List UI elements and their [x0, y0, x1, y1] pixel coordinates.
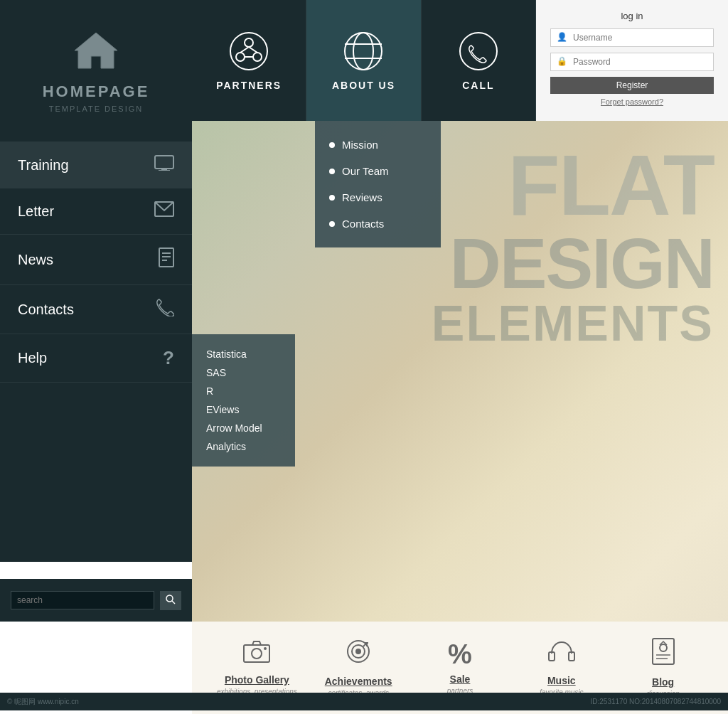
sidebar-item-contacts[interactable]: Contacts [0, 285, 192, 334]
training-item-statistica[interactable]: Statistica [206, 345, 281, 363]
dropdown-item-our-team[interactable]: Our Team [329, 158, 427, 184]
search-button[interactable] [160, 591, 181, 610]
bullet-icon [329, 221, 335, 227]
contacts-label: Contacts [18, 302, 74, 318]
hero-text: FLAT DESIGN ELEMENTS [432, 142, 714, 348]
sidebar-item-news[interactable]: News [0, 235, 192, 285]
nav-item-call[interactable]: CALL [422, 0, 536, 121]
sidebar-item-letter[interactable]: Letter [0, 188, 192, 235]
dropdown-item-reviews[interactable]: Reviews [329, 184, 427, 211]
bullet-icon [329, 169, 335, 174]
dropdown-item-contacts[interactable]: Contacts [329, 211, 427, 237]
username-input[interactable] [573, 33, 707, 43]
blog-icon [652, 638, 675, 671]
top-navigation: PARTNERS ABOUT US CALL [192, 0, 536, 121]
svg-rect-1 [155, 156, 173, 169]
watermark-right: ID:2531170 NO:20140807082744810000 [591, 698, 722, 705]
search-bar [0, 579, 192, 622]
svg-point-19 [353, 33, 373, 70]
svg-point-28 [355, 649, 361, 654]
letter-label: Letter [18, 203, 54, 220]
achievements-label: Achievements [325, 676, 392, 687]
camera-icon [243, 640, 270, 668]
partners-icon [228, 30, 270, 73]
hero-design: DESIGN [432, 228, 714, 299]
partners-label: PARTNERS [216, 80, 282, 91]
bottom-item-sale[interactable]: % Sale partners [410, 641, 511, 695]
sidebar-item-training[interactable]: Training [0, 142, 192, 188]
svg-point-35 [660, 644, 667, 651]
bullet-icon [329, 142, 335, 148]
phone-icon [156, 298, 174, 321]
nav-item-partners[interactable]: PARTNERS [192, 0, 306, 121]
about-icon [342, 30, 385, 73]
envelope-icon [154, 201, 174, 221]
watermark-bar: © 昵图网 www.nipic.cn ID:2531170 NO:2014080… [0, 693, 728, 710]
register-button[interactable]: Register [550, 77, 714, 94]
headphones-icon [548, 639, 575, 669]
watermark-left: © 昵图网 www.nipic.cn [7, 697, 79, 707]
about-us-dropdown: Mission Our Team Reviews Contacts [315, 121, 441, 247]
svg-line-15 [240, 47, 249, 53]
bottom-item-music[interactable]: Music favorite music [510, 639, 612, 696]
login-area: log in 👤 🔒 Register Forget password? [536, 0, 728, 121]
hero-elements: ELEMENTS [432, 299, 714, 348]
user-icon: 👤 [557, 32, 567, 43]
bottom-item-blog[interactable]: Blog discussion [612, 638, 714, 698]
username-field: 👤 [550, 28, 714, 47]
svg-point-18 [345, 33, 382, 70]
sidebar-item-help[interactable]: Help ? [0, 334, 192, 383]
hero-flat: FLAT [432, 142, 714, 228]
password-field: 🔒 [550, 53, 714, 71]
bullet-icon [329, 195, 335, 201]
site-title: HOMEPAGE [43, 82, 150, 101]
forgot-password-link[interactable]: Forget password? [550, 97, 714, 106]
percent-icon: % [448, 641, 472, 668]
monitor-icon [154, 155, 174, 175]
svg-point-12 [245, 38, 253, 47]
search-input[interactable] [11, 591, 154, 609]
sale-label: Sale [450, 673, 471, 685]
login-title: log in [550, 11, 714, 21]
call-icon [457, 30, 500, 73]
target-icon [346, 639, 371, 670]
svg-line-16 [249, 47, 257, 53]
training-item-eviews[interactable]: EViews [206, 400, 281, 419]
password-input[interactable] [573, 57, 707, 67]
svg-point-24 [252, 649, 262, 659]
photo-gallery-label: Photo Gallery [225, 674, 289, 686]
svg-point-13 [236, 53, 245, 61]
question-icon: ? [163, 347, 174, 369]
lock-icon: 🔒 [557, 56, 567, 68]
bottom-item-achievements[interactable]: Achievements certificates, awards [308, 639, 410, 697]
contacts-dropdown-label: Contacts [342, 218, 384, 230]
logo-area: HOMEPAGE TEMPLATE DESIGN [0, 0, 192, 142]
svg-marker-0 [75, 33, 117, 68]
svg-point-22 [460, 33, 497, 70]
blog-label: Blog [652, 676, 674, 688]
svg-point-14 [253, 53, 262, 61]
svg-point-25 [264, 647, 267, 650]
training-item-arrow-model[interactable]: Arrow Model [206, 419, 281, 437]
our-team-label: Our Team [342, 165, 389, 177]
svg-line-10 [172, 601, 175, 604]
mission-label: Mission [342, 139, 378, 151]
document-icon [159, 247, 174, 272]
reviews-label: Reviews [342, 191, 382, 203]
nav-item-about-us[interactable]: ABOUT US [306, 0, 421, 121]
training-item-sas[interactable]: SAS [206, 363, 281, 382]
dropdown-item-mission[interactable]: Mission [329, 132, 427, 158]
training-item-analytics[interactable]: Analytics [206, 437, 281, 456]
bottom-item-photo-gallery[interactable]: Photo Gallery exhibitions, presentations [206, 640, 308, 696]
call-label: CALL [462, 80, 494, 91]
music-label: Music [547, 675, 576, 686]
training-item-r[interactable]: R [206, 382, 281, 400]
news-label: News [18, 252, 53, 268]
training-label: Training [18, 157, 69, 174]
svg-point-9 [166, 595, 173, 602]
training-submenu: Statistica SAS R EViews Arrow Model Anal… [192, 334, 295, 467]
sidebar: HOMEPAGE TEMPLATE DESIGN Training Letter [0, 0, 192, 562]
sidebar-navigation: Training Letter News [0, 142, 192, 562]
site-subtitle: TEMPLATE DESIGN [49, 105, 143, 113]
help-label: Help [18, 350, 47, 366]
